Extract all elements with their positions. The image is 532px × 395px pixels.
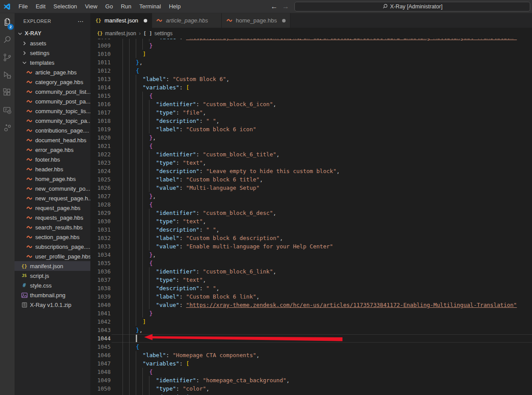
file-contributions-page-[interactable]: contributions_page.... [15, 126, 90, 135]
line-number[interactable]: 1023 [90, 159, 111, 167]
code-line-1049[interactable]: 1049 "identifier": "homepage_cta_backgro… [90, 376, 532, 384]
line-number[interactable]: 1018 [90, 117, 111, 125]
code-line-1029[interactable]: 1029 "identifier": "custom_block_6_desc"… [90, 209, 532, 217]
folder-assets[interactable]: assets [15, 38, 90, 48]
line-number[interactable]: 1043 [90, 326, 111, 334]
line-number[interactable]: 1024 [90, 167, 111, 175]
file-search-results-hbs[interactable]: search_results.hbs [15, 222, 90, 232]
line-number[interactable]: 1040 [90, 301, 111, 309]
line-number[interactable]: 1027 [90, 192, 111, 200]
explorer-icon[interactable]: 2 [0, 13, 15, 31]
file-community-post-pa-[interactable]: community_post_pa... [15, 96, 90, 106]
line-number[interactable]: 1014 [90, 83, 111, 92]
line-number[interactable]: 1036 [90, 267, 111, 276]
breadcrumb-item-settings[interactable]: [ ]settings [143, 30, 172, 37]
code-line-1030[interactable]: 1030 "type": "text", [90, 217, 532, 225]
code-line-1040[interactable]: 1040 "value": "https://xray-theme.zendes… [90, 301, 532, 309]
file-error-page-hbs[interactable]: error_page.hbs [15, 145, 90, 155]
file-user-profile-page-hbs[interactable]: user_profile_page.hbs [15, 251, 90, 261]
file-manifest-json[interactable]: {}manifest.json [15, 261, 90, 271]
line-number[interactable]: 1028 [90, 200, 111, 209]
code-line-1015[interactable]: 1015 { [90, 92, 532, 100]
line-number[interactable]: 1051 [90, 393, 111, 395]
line-number[interactable]: 1019 [90, 125, 111, 133]
file-article-page-hbs[interactable]: article_page.hbs [15, 67, 90, 77]
line-number[interactable]: 1012 [90, 66, 111, 75]
line-number[interactable]: 1025 [90, 175, 111, 184]
file-community-post-list-[interactable]: community_post_list... [15, 87, 90, 96]
code-line-1023[interactable]: 1023 "type": "text", [90, 159, 532, 167]
nav-back-icon[interactable]: ← [271, 3, 278, 10]
menu-run[interactable]: Run [117, 0, 135, 13]
menu-edit[interactable]: Edit [32, 0, 49, 13]
line-number[interactable]: 1042 [90, 317, 111, 326]
menu-view[interactable]: View [81, 0, 101, 13]
menu-file[interactable]: File [15, 0, 32, 13]
code-line-1036[interactable]: 1036 "identifier": "custom_block_6_link"… [90, 267, 532, 276]
file-category-page-hbs[interactable]: category_page.hbs [15, 77, 90, 87]
line-number[interactable]: 1032 [90, 234, 111, 242]
code-line-1035[interactable]: 1035 { [90, 259, 532, 267]
code-line-1041[interactable]: 1041 } [90, 309, 532, 317]
file-community-topic-pa-[interactable]: community_topic_pa... [15, 116, 90, 126]
line-number[interactable]: 1048 [90, 368, 111, 376]
code-line-1020[interactable]: 1020 }, [90, 133, 532, 142]
workspace-root-folder[interactable]: X-RAY [15, 29, 90, 38]
file-request-page-hbs[interactable]: request_page.hbs [15, 203, 90, 213]
file-thumbnail-png[interactable]: thumbnail.png [15, 290, 90, 300]
live-preview-icon[interactable] [0, 101, 15, 119]
line-number[interactable]: 1009 [90, 41, 111, 50]
code-line-1042[interactable]: 1042 ] [90, 317, 532, 326]
code-line-1028[interactable]: 1028 { [90, 200, 532, 209]
code-editor[interactable]: 1008 "value": "https://xray-theme.zendes… [90, 39, 532, 395]
code-line-1026[interactable]: 1026 "value": "Multi-language Setup" [90, 184, 532, 192]
search-icon[interactable] [0, 31, 15, 48]
line-number[interactable]: 1037 [90, 276, 111, 284]
line-number[interactable]: 1049 [90, 376, 111, 384]
file-home-page-hbs[interactable]: home_page.hbs [15, 174, 90, 184]
file-footer-hbs[interactable]: footer.hbs [15, 155, 90, 164]
line-number[interactable]: 1015 [90, 92, 111, 100]
file-x-ray-v1-0-1-zip[interactable]: X-Ray v1.0.1.zip [15, 300, 90, 310]
menu-terminal[interactable]: Terminal [135, 0, 165, 13]
code-line-1051[interactable]: 1051 "description": " ", [90, 393, 532, 395]
line-number[interactable]: 1011 [90, 58, 111, 66]
code-line-1037[interactable]: 1037 "type": "text", [90, 276, 532, 284]
line-number[interactable]: 1017 [90, 108, 111, 117]
code-line-1019[interactable]: 1019 "label": "Custom block 6 icon" [90, 125, 532, 133]
code-line-1017[interactable]: 1017 "type": "file", [90, 108, 532, 117]
file-community-topic-lis-[interactable]: community_topic_lis... [15, 106, 90, 116]
code-line-1013[interactable]: 1013 "label": "Custom Block 6", [90, 75, 532, 83]
code-line-1046[interactable]: 1046 "label": "Homepage CTA components", [90, 351, 532, 359]
line-number[interactable]: 1031 [90, 225, 111, 234]
tab-home-page-hbs[interactable]: home_page.hbs [222, 13, 290, 28]
code-line-1018[interactable]: 1018 "description": " ", [90, 117, 532, 125]
nav-forward-icon[interactable]: → [282, 3, 289, 10]
code-line-1043[interactable]: 1043 }, [90, 326, 532, 334]
line-number[interactable]: 1046 [90, 351, 111, 359]
breadcrumb-item-manifest.json[interactable]: {}manifest.json [97, 30, 136, 37]
file-document-head-hbs[interactable]: document_head.hbs [15, 135, 90, 145]
line-number[interactable]: 1039 [90, 292, 111, 301]
line-number[interactable]: 1022 [90, 150, 111, 159]
file-subscriptions-page-[interactable]: subscriptions_page.... [15, 242, 90, 251]
folder-settings[interactable]: settings [15, 48, 90, 58]
code-line-1039[interactable]: 1039 "label": "Custom Block 6 link", [90, 292, 532, 301]
line-number[interactable]: 1041 [90, 309, 111, 317]
code-line-1024[interactable]: 1024 "description": "Leave empty to hide… [90, 167, 532, 175]
file-header-hbs[interactable]: header.hbs [15, 164, 90, 174]
code-line-1021[interactable]: 1021 { [90, 142, 532, 150]
code-line-1032[interactable]: 1032 "label": "Custom block 6 descriptio… [90, 234, 532, 242]
code-line-1012[interactable]: 1012 { [90, 66, 532, 75]
line-number[interactable]: 1029 [90, 209, 111, 217]
code-line-1038[interactable]: 1038 "description": " ", [90, 284, 532, 292]
menu-go[interactable]: Go [101, 0, 117, 13]
explorer-more-actions-icon[interactable]: ⋯ [78, 18, 84, 25]
file-new-request-page-h-[interactable]: new_request_page.h... [15, 193, 90, 203]
file-section-page-hbs[interactable]: section_page.hbs [15, 232, 90, 242]
code-line-1010[interactable]: 1010 ] [90, 50, 532, 58]
file-requests-page-hbs[interactable]: requests_page.hbs [15, 213, 90, 222]
circles-icon[interactable] [0, 119, 15, 137]
folder-templates[interactable]: templates [15, 58, 90, 67]
code-line-1033[interactable]: 1033 "value": "Enable multi-language for… [90, 242, 532, 251]
